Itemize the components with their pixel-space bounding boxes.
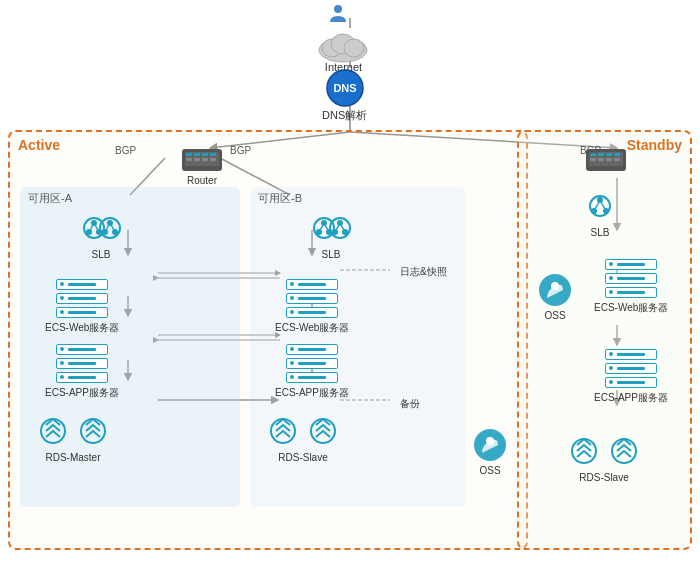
slb-b: SLB bbox=[310, 209, 352, 260]
zone-b-label: 可用区-B bbox=[258, 191, 302, 206]
svg-rect-66 bbox=[210, 153, 216, 156]
internet-cloud: Internet bbox=[316, 28, 371, 73]
ecs-app-a: ECS-APP服务器 bbox=[45, 342, 119, 400]
router-active: Router bbox=[180, 147, 224, 186]
active-zone-box: Active 可用区-A bbox=[8, 130, 528, 550]
bgp-left: BGP bbox=[115, 145, 136, 156]
slb-a: SLB bbox=[80, 209, 122, 260]
zone-a-box: 可用区-A SLB bbox=[20, 187, 240, 507]
svg-rect-76 bbox=[614, 153, 620, 156]
dns-label: DNS解析 bbox=[322, 108, 367, 123]
ecs-app-standby: ECS-APP服务器 bbox=[594, 347, 668, 405]
svg-rect-75 bbox=[606, 153, 612, 156]
ecs-web-standby: ECS-Web服务器 bbox=[594, 257, 668, 315]
bgp-standby: BGP bbox=[580, 145, 601, 156]
svg-line-86 bbox=[600, 200, 606, 211]
svg-rect-64 bbox=[194, 153, 200, 156]
diagram: Internet DNS DNS解析 Active 可用区-A bbox=[0, 0, 700, 571]
svg-rect-78 bbox=[598, 158, 604, 161]
active-label: Active bbox=[18, 137, 60, 153]
ecs-app-b: ECS-APP服务器 bbox=[275, 342, 349, 400]
svg-rect-70 bbox=[210, 158, 216, 161]
svg-rect-67 bbox=[186, 158, 192, 161]
svg-rect-80 bbox=[614, 158, 620, 161]
svg-rect-79 bbox=[606, 158, 612, 161]
backup-annotation: 备份 bbox=[400, 397, 420, 411]
svg-point-28 bbox=[344, 39, 364, 57]
svg-point-60 bbox=[486, 437, 494, 445]
bgp-right: BGP bbox=[230, 145, 251, 156]
svg-rect-63 bbox=[186, 153, 192, 156]
svg-text:DNS: DNS bbox=[333, 82, 356, 94]
svg-line-85 bbox=[594, 200, 600, 211]
rds-slave-standby: RDS-Slave bbox=[569, 432, 639, 483]
svg-rect-68 bbox=[194, 158, 200, 161]
svg-point-88 bbox=[551, 282, 559, 290]
standby-zone-box: Standby bbox=[517, 130, 692, 550]
svg-rect-65 bbox=[202, 153, 208, 156]
dns-icon: DNS DNS解析 bbox=[322, 68, 367, 123]
rds-master: RDS-Master bbox=[38, 412, 108, 463]
svg-rect-77 bbox=[590, 158, 596, 161]
ecs-web-b: ECS-Web服务器 bbox=[275, 277, 349, 335]
standby-label: Standby bbox=[627, 137, 682, 153]
svg-rect-69 bbox=[202, 158, 208, 161]
svg-point-24 bbox=[334, 5, 342, 13]
rds-slave-active: RDS-Slave bbox=[268, 412, 338, 463]
person-icon bbox=[326, 2, 350, 26]
log-annotation: 日志&快照 bbox=[400, 265, 447, 279]
ecs-web-a: ECS-Web服务器 bbox=[45, 277, 119, 335]
slb-standby: SLB bbox=[579, 187, 621, 238]
zone-b-box: 可用区-B SLB bbox=[250, 187, 465, 507]
oss-standby: OSS bbox=[537, 272, 573, 321]
oss-active: OSS bbox=[472, 427, 508, 476]
zone-a-label: 可用区-A bbox=[28, 191, 72, 206]
